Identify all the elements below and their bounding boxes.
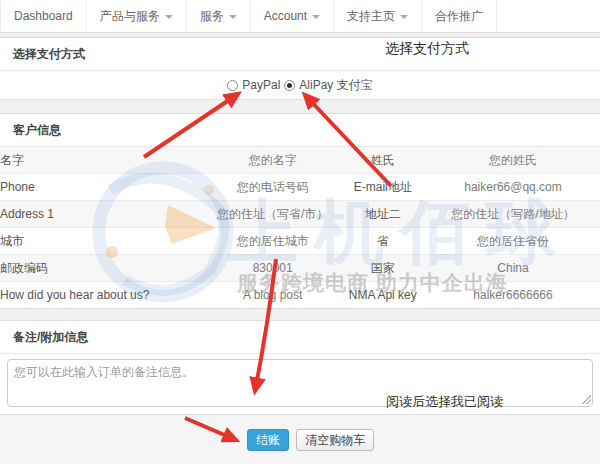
field-value: A blog post [206, 282, 340, 309]
customer-info-table: 名字 您的名字 姓氏 您的姓氏 Phone 您的电话号码 E-mail地址 ha… [0, 147, 600, 308]
field-label: 名字 [0, 147, 206, 174]
field-value: 您的住址（写省/市） [206, 201, 340, 228]
nav-item-dashboard[interactable]: Dashboard [0, 0, 87, 32]
field-value: 您的居住省份 [426, 228, 600, 255]
table-row: 城市 您的居住城市 省 您的居住省份 [0, 228, 600, 255]
chevron-down-icon [400, 15, 408, 19]
paypal-option[interactable]: PayPal [227, 78, 280, 92]
paypal-radio[interactable] [227, 80, 238, 91]
spacer [0, 100, 600, 113]
field-label: How did you hear about us? [0, 282, 206, 309]
nav-item-affiliates[interactable]: 合作推广 [422, 0, 497, 32]
payment-options-row: PayPal AliPay 支付宝 [0, 71, 600, 99]
table-row: Phone 您的电话号码 E-mail地址 haiker66@qq.com [0, 174, 600, 201]
nav-item-label: 产品与服务 [100, 8, 160, 25]
chevron-down-icon [312, 15, 320, 19]
nav-item-label: Dashboard [14, 9, 73, 23]
field-label: 省 [340, 228, 426, 255]
paypal-label: PayPal [242, 78, 280, 92]
notes-body [0, 354, 600, 414]
field-label: 地址二 [340, 201, 426, 228]
field-label: 城市 [0, 228, 206, 255]
nav-item-label: 支持主页 [347, 8, 395, 25]
nav-item-account[interactable]: Account [251, 0, 334, 32]
alipay-radio[interactable] [284, 80, 295, 91]
top-navbar: Dashboard 产品与服务 服务 Account 支持主页 合作推广 [0, 0, 600, 33]
alipay-option[interactable]: AliPay 支付宝 [284, 77, 372, 94]
payment-panel-title: 选择支付方式 [0, 38, 600, 71]
checkout-action-bar: 结账 清空购物车 [0, 414, 600, 464]
notes-panel-title: 备注/附加信息 [0, 321, 600, 354]
chevron-down-icon [229, 15, 237, 19]
table-row: 邮政编码 830001 国家 China [0, 255, 600, 282]
field-label: 邮政编码 [0, 255, 206, 282]
field-label: 国家 [340, 255, 426, 282]
field-value: 您的电话号码 [206, 174, 340, 201]
checkout-button[interactable]: 结账 [247, 429, 289, 451]
field-value: China [426, 255, 600, 282]
nav-item-label: Account [264, 9, 307, 23]
payment-method-panel: 选择支付方式 PayPal AliPay 支付宝 [0, 37, 600, 100]
field-value: 830001 [206, 255, 340, 282]
field-value: haiker66@qq.com [426, 174, 600, 201]
nav-item-label: 合作推广 [435, 8, 483, 25]
alipay-label: AliPay 支付宝 [299, 77, 372, 94]
customer-panel-title: 客户信息 [0, 114, 600, 147]
customer-info-panel: 客户信息 名字 您的名字 姓氏 您的姓氏 Phone 您的电话号码 E-mail… [0, 113, 600, 309]
field-label: NMA Api key [340, 282, 426, 309]
nav-item-products-services[interactable]: 产品与服务 [87, 0, 187, 32]
field-label: 姓氏 [340, 147, 426, 174]
field-value: 您的名字 [206, 147, 340, 174]
field-value: 您的姓氏 [426, 147, 600, 174]
nav-item-support-home[interactable]: 支持主页 [334, 0, 422, 32]
clear-cart-button[interactable]: 清空购物车 [296, 429, 374, 451]
field-label: Address 1 [0, 201, 206, 228]
field-value: haiker6666666 [426, 282, 600, 309]
field-value: 您的居住城市 [206, 228, 340, 255]
field-value: 您的住址（写路/地址） [426, 201, 600, 228]
order-notes-textarea[interactable] [7, 359, 593, 407]
field-label: E-mail地址 [340, 174, 426, 201]
spacer [0, 309, 600, 320]
table-row: Address 1 您的住址（写省/市） 地址二 您的住址（写路/地址） [0, 201, 600, 228]
table-row: How did you hear about us? A blog post N… [0, 282, 600, 309]
field-label: Phone [0, 174, 206, 201]
nav-item-label: 服务 [200, 8, 224, 25]
table-row: 名字 您的名字 姓氏 您的姓氏 [0, 147, 600, 174]
nav-item-services[interactable]: 服务 [187, 0, 251, 32]
chevron-down-icon [165, 15, 173, 19]
